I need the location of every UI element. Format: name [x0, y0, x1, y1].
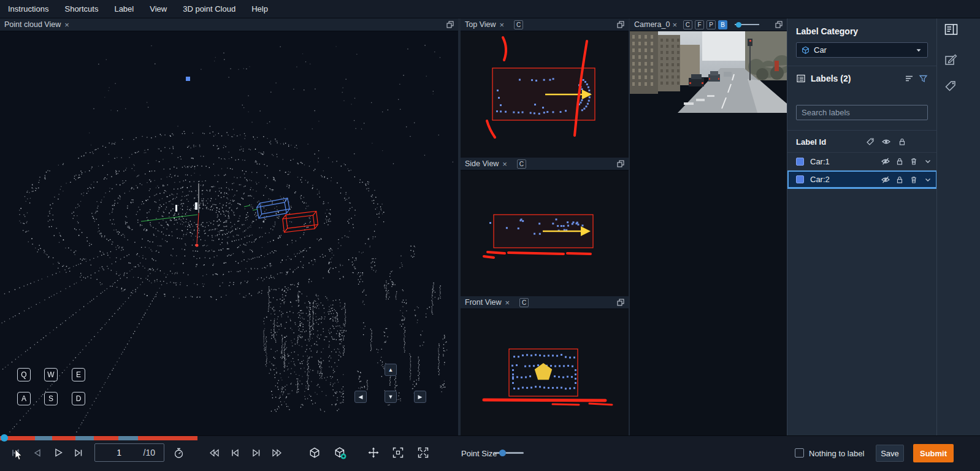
restore-icon[interactable]	[775, 21, 783, 28]
lock-icon[interactable]	[898, 137, 906, 146]
menu-view[interactable]: View	[142, 0, 175, 18]
rewind-icon[interactable]	[209, 448, 220, 458]
timeline-segment[interactable]	[75, 436, 94, 440]
camera-title: Camera_0	[634, 20, 670, 29]
frame-number-input[interactable]	[95, 448, 144, 458]
label-row-car2[interactable]: Car:2	[787, 170, 937, 189]
menu-3d-point-cloud[interactable]: 3D point Cloud	[175, 0, 243, 18]
top-view-title: Top View	[465, 20, 496, 29]
close-icon[interactable]: ×	[64, 21, 69, 29]
nothing-to-label-label: Nothing to label	[809, 449, 864, 458]
point-size-knob[interactable]	[499, 450, 506, 456]
point-size-slider[interactable]	[494, 452, 524, 454]
camera-badge-p[interactable]: P	[706, 20, 716, 29]
save-button[interactable]: Save	[876, 445, 904, 462]
prev-frame-icon[interactable]	[33, 448, 42, 458]
frame-total: /10	[144, 448, 164, 458]
play-icon[interactable]	[54, 448, 63, 458]
key-hint-d[interactable]: D	[72, 392, 85, 405]
fullscreen-icon[interactable]	[418, 447, 429, 458]
camera-badge-c[interactable]: C	[683, 20, 692, 29]
pointer-cursor-icon	[15, 450, 23, 461]
bottom-toolbar: /10 Point Size Nothing to label Save Sub…	[0, 435, 980, 471]
close-icon[interactable]: ×	[672, 21, 677, 29]
projection-badge[interactable]: C	[519, 298, 529, 307]
pan-right-button[interactable]: ▶	[414, 391, 426, 403]
frame-timeline[interactable]	[0, 436, 197, 440]
fit-frame-icon[interactable]	[392, 447, 404, 458]
pan-left-button[interactable]: ◀	[354, 391, 367, 403]
close-icon[interactable]: ×	[502, 160, 507, 168]
nothing-to-label-checkbox[interactable]	[795, 448, 804, 458]
restore-icon[interactable]	[446, 21, 454, 28]
menu-shortcuts[interactable]: Shortcuts	[56, 0, 106, 18]
menu-instructions[interactable]: Instructions	[0, 0, 56, 18]
key-hint-e[interactable]: E	[72, 368, 85, 381]
first-frame-icon[interactable]	[231, 448, 240, 458]
close-icon[interactable]: ×	[500, 21, 505, 29]
right-tool-rail	[936, 18, 980, 435]
eye-icon[interactable]	[882, 137, 890, 146]
trash-icon[interactable]	[909, 157, 918, 166]
chevron-down-icon[interactable]	[924, 157, 932, 166]
top-view-viewport[interactable]	[461, 31, 629, 158]
chevron-down-icon[interactable]	[924, 175, 932, 184]
submit-button[interactable]: Submit	[913, 444, 954, 462]
menu-label[interactable]: Label	[106, 0, 142, 18]
timeline-segment[interactable]	[138, 436, 197, 440]
eye-off-icon[interactable]	[881, 157, 890, 166]
camera-image[interactable]	[630, 31, 787, 113]
label-row-car1[interactable]: Car:1	[787, 152, 937, 170]
search-labels-input[interactable]	[796, 105, 928, 120]
eye-off-icon[interactable]	[881, 175, 890, 184]
move-icon[interactable]	[368, 447, 379, 458]
camera-opacity-slider[interactable]	[735, 24, 759, 25]
last-frame-icon[interactable]	[251, 448, 261, 458]
projection-badge[interactable]: C	[514, 20, 523, 29]
cube-icon[interactable]	[309, 447, 320, 459]
edit-icon[interactable]	[944, 54, 957, 66]
next-frame-icon[interactable]	[74, 448, 83, 458]
restore-icon[interactable]	[617, 21, 624, 28]
stopwatch-icon[interactable]	[174, 448, 184, 459]
label-sidebar: Label Category Car Labels (2) Label Id	[787, 18, 936, 435]
trash-icon[interactable]	[909, 175, 918, 184]
close-icon[interactable]: ×	[505, 299, 510, 307]
key-hint-a[interactable]: A	[17, 392, 31, 405]
fast-forward-icon[interactable]	[272, 448, 283, 458]
tag-icon[interactable]	[944, 80, 957, 92]
key-hint-q[interactable]: Q	[17, 368, 31, 381]
panel-toggle-icon[interactable]	[944, 23, 958, 36]
sort-icon[interactable]	[905, 74, 914, 83]
menu-help[interactable]: Help	[243, 0, 276, 18]
label-category-heading: Label Category	[796, 26, 858, 36]
timeline-segment[interactable]	[52, 436, 75, 440]
filter-icon[interactable]	[919, 74, 928, 83]
camera-badge-b[interactable]: B	[718, 20, 727, 29]
tag-icon[interactable]	[866, 137, 875, 146]
key-hint-s[interactable]: S	[44, 392, 58, 405]
lock-icon[interactable]	[895, 175, 904, 184]
restore-icon[interactable]	[617, 160, 624, 167]
timeline-segment[interactable]	[35, 436, 52, 440]
point-cloud-panel-header: Point cloud View ×	[0, 18, 458, 31]
timeline-playhead[interactable]	[1, 434, 8, 442]
pan-down-button[interactable]: ▼	[385, 391, 397, 403]
timeline-segment[interactable]	[118, 436, 138, 440]
camera-badge-f[interactable]: F	[695, 20, 704, 29]
restore-icon[interactable]	[617, 299, 624, 306]
front-view-viewport[interactable]	[461, 309, 629, 435]
camera-panel: Camera_0 × C F P B	[630, 18, 787, 435]
projection-badge[interactable]: C	[517, 159, 526, 169]
label-category-dropdown[interactable]: Car	[796, 42, 928, 58]
category-selected-value: Car	[814, 45, 911, 55]
key-hint-w[interactable]: W	[44, 368, 58, 381]
lock-icon[interactable]	[895, 157, 904, 166]
slider-knob[interactable]	[736, 22, 741, 28]
pan-up-button[interactable]: ▲	[385, 364, 397, 376]
side-view-viewport[interactable]	[461, 170, 629, 296]
front-view-header: Front View × C	[461, 296, 629, 309]
timeline-segment[interactable]	[94, 436, 118, 440]
cube-add-icon[interactable]	[334, 447, 346, 459]
label-name: Car:2	[810, 175, 875, 184]
